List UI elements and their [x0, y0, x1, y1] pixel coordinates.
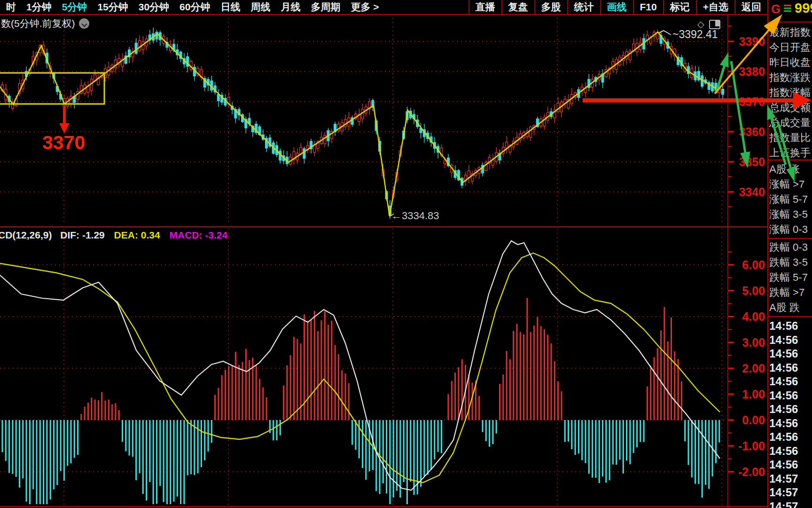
gridlines [0, 18, 727, 505]
chart-canvas [0, 0, 812, 508]
toolbar-item-3[interactable]: 统计 [567, 0, 600, 14]
info-row: 跌幅 3-5 [769, 255, 812, 270]
info-row: 涨幅 3-5 [769, 207, 812, 222]
index-code: 999 [795, 0, 812, 16]
info-row: A股 跌 [769, 300, 812, 315]
time-row: 14:56 [769, 389, 812, 403]
trading-app: 时1分钟5分钟15分钟30分钟60分钟日线周线月线多周期更多 > 直播复盘多股统… [0, 0, 812, 508]
period-tab-0[interactable]: 时 [1, 0, 21, 15]
time-row: 14:57 [769, 500, 812, 508]
axis-label: 6.00 [728, 259, 765, 271]
period-tab-6[interactable]: 日线 [215, 0, 245, 15]
period-tab-3[interactable]: 15分钟 [92, 0, 133, 15]
advance-panel: A股 涨涨幅 >7涨幅 5-7涨幅 3-5涨幅 0-3 [769, 162, 812, 238]
menu-icon[interactable] [784, 5, 791, 13]
axis-label: 4.00 [728, 311, 765, 323]
candlesticks [1, 28, 724, 219]
toolbar-item-0[interactable]: 直播 [468, 0, 501, 14]
info-row: A股 涨 [769, 162, 812, 177]
axis-label: -1.00 [728, 440, 765, 452]
info-row: 指数涨幅 [769, 85, 812, 100]
macd-lines [0, 241, 720, 490]
macd-histogram [1, 298, 720, 504]
period-tab-10[interactable]: 更多 > [345, 0, 384, 15]
dif-value: DIF: -1.29 [60, 230, 105, 240]
macd-value: MACD: -3.24 [170, 230, 228, 240]
panel-separator [767, 0, 768, 508]
axis-label: 3360 [728, 126, 765, 138]
corner-g-label: G [771, 2, 781, 16]
top-bar: 时1分钟5分钟15分钟30分钟60分钟日线周线月线多周期更多 > 直播复盘多股统… [0, 0, 767, 14]
time-row: 14:56 [769, 416, 812, 430]
axis-label: 3390 [728, 36, 765, 48]
time-row: 14:56 [769, 402, 812, 416]
time-row: 14:56 [769, 430, 812, 444]
axis-label: -2.00 [728, 466, 765, 478]
toolbar-item-1[interactable]: 复盘 [501, 0, 534, 14]
axis-label: 3370 [728, 96, 765, 108]
period-tab-8[interactable]: 月线 [275, 0, 305, 15]
info-row: 涨幅 5-7 [769, 192, 812, 207]
period-tab-2[interactable]: 5分钟 [57, 0, 93, 15]
info-divider-2 [767, 238, 812, 239]
info-divider-1 [767, 159, 812, 160]
chart-title[interactable]: 数(5分钟.前复权) [1, 17, 75, 30]
topbar-underline [0, 14, 767, 15]
axis-label: 3.00 [728, 337, 765, 349]
time-row: 14:57 [769, 472, 812, 486]
corner-divider [767, 22, 812, 23]
period-tab-9[interactable]: 多周期 [305, 0, 345, 15]
time-row: 14:56 [769, 319, 812, 333]
axis-label: 5.00 [728, 285, 765, 297]
info-row: 昨日收盘 [769, 55, 812, 70]
info-row: 总成交额 [769, 100, 812, 115]
period-tab-4[interactable]: 30分钟 [133, 0, 174, 15]
toolbar-item-8[interactable]: 返回 [734, 0, 767, 14]
toolbar-item-5[interactable]: F10 [633, 0, 663, 14]
info-row: 指数涨跌 [769, 70, 812, 85]
toolbar-item-4[interactable]: 画线 [600, 0, 633, 14]
pane-divider [0, 226, 767, 227]
axis-label: 0.00 [728, 414, 765, 426]
info-row: 上证换手 [769, 145, 812, 159]
info-row: 跌幅 0-3 [769, 240, 812, 255]
axis-separator [727, 15, 728, 508]
toolbar: 直播复盘多股统计画线F10标记+自选返回 [468, 0, 767, 14]
quote-panel: 最新指数今日开盘昨日收盘指数涨跌指数涨幅总成交额总成交量指数量比上证换手 [769, 25, 812, 159]
period-tab-7[interactable]: 周线 [245, 0, 275, 15]
toolbar-item-2[interactable]: 多股 [534, 0, 567, 14]
axis-label: 3350 [728, 156, 765, 168]
bottom-border [0, 506, 767, 507]
time-row: 14:56 [769, 458, 812, 472]
split-pane-icon[interactable] [709, 20, 720, 29]
level-annotation: 3370 [42, 132, 85, 154]
axis-ticks [728, 26, 734, 473]
info-row: 今日开盘 [769, 40, 812, 55]
high-price-annotation: ~3392.41 [672, 28, 718, 41]
period-tabs: 时1分钟5分钟15分钟30分钟60分钟日线周线月线多周期更多 > [1, 0, 384, 15]
info-row: 涨幅 0-3 [769, 222, 812, 237]
indicator-label: CD(12,26,9) DIF: -1.29 DEA: 0.34 MACD: -… [0, 230, 227, 241]
axis-label: 3340 [728, 186, 765, 198]
toolbar-item-6[interactable]: 标记 [663, 0, 696, 14]
info-row: 最新指数 [769, 25, 812, 40]
info-row: 涨幅 >7 [769, 177, 812, 192]
decline-panel: 跌幅 0-3跌幅 3-5跌幅 5-7跌幅 >7A股 跌 [769, 240, 812, 316]
info-row: 总成交量 [769, 115, 812, 130]
axis-label: 2.00 [728, 363, 765, 374]
time-row: 14:56 [769, 361, 812, 375]
time-row: 14:56 [769, 444, 812, 458]
chart-title-row: 数(5分钟.前复权) [1, 17, 89, 30]
time-row: 14:56 [769, 333, 812, 347]
info-divider-3 [767, 316, 812, 317]
info-row: 跌幅 5-7 [769, 270, 812, 285]
chevron-down-icon[interactable] [79, 18, 89, 29]
toolbar-item-7[interactable]: +自选 [696, 0, 734, 14]
axis-label: 3380 [728, 66, 765, 78]
tick-time-list: 14:5614:5614:5614:5614:5614:5614:5614:56… [769, 319, 812, 508]
axis-label: 1.00 [728, 389, 765, 400]
period-tab-1[interactable]: 1分钟 [21, 0, 57, 15]
period-tab-5[interactable]: 60分钟 [174, 0, 215, 15]
time-row: 14:57 [769, 485, 812, 500]
info-row: 跌幅 >7 [769, 285, 812, 300]
